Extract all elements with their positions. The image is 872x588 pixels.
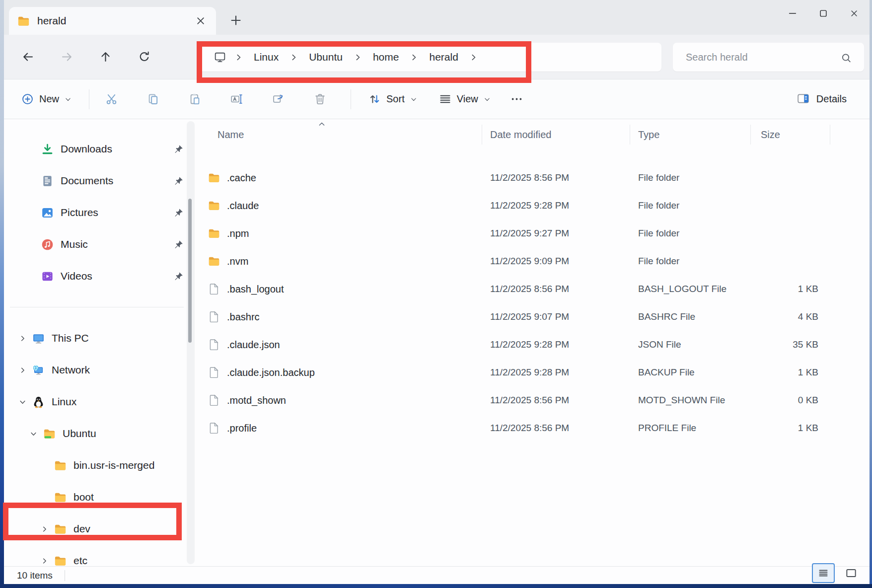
column-header-type[interactable]: Type bbox=[630, 125, 751, 145]
pin-icon bbox=[173, 271, 184, 282]
breadcrumb-segment-herald[interactable]: herald bbox=[426, 49, 461, 65]
details-button[interactable]: Details bbox=[791, 88, 853, 111]
file-date-modified: 11/2/2025 8:56 PM bbox=[482, 423, 630, 434]
sidebar-item-dev[interactable]: dev bbox=[4, 513, 191, 545]
paste-button[interactable] bbox=[184, 88, 206, 110]
delete-button[interactable] bbox=[309, 88, 331, 110]
file-row--npm[interactable]: .npm11/2/2025 9:27 PMFile folder bbox=[208, 220, 870, 247]
chevron-right-icon[interactable] bbox=[38, 557, 51, 565]
new-button[interactable]: New bbox=[15, 88, 78, 110]
more-options-button[interactable] bbox=[506, 88, 528, 110]
details-button-label: Details bbox=[816, 93, 847, 105]
desktop-icon[interactable] bbox=[214, 51, 226, 64]
back-button[interactable] bbox=[16, 45, 40, 69]
thispc-icon bbox=[32, 332, 45, 345]
sidebar-scrollbar-thumb[interactable] bbox=[188, 199, 192, 343]
sidebar-item-this-pc[interactable]: This PC bbox=[4, 322, 191, 354]
cut-button[interactable] bbox=[100, 88, 122, 110]
file-type: File folder bbox=[630, 172, 751, 183]
breadcrumb-chevron-icon bbox=[353, 53, 363, 62]
chevron-right-icon[interactable] bbox=[38, 525, 51, 533]
view-button[interactable]: View bbox=[433, 88, 497, 110]
file-row--claude-json[interactable]: .claude.json11/2/2025 9:28 PMJSON File35… bbox=[208, 331, 870, 359]
chevron-down-icon[interactable] bbox=[16, 398, 29, 406]
chevron-down-icon bbox=[410, 95, 418, 103]
file-row--claude[interactable]: .claude11/2/2025 9:28 PMFile folder bbox=[208, 192, 870, 220]
address-bar[interactable]: LinuxUbuntuhomeherald bbox=[199, 43, 661, 72]
sidebar-scrollbar-track[interactable] bbox=[187, 121, 195, 564]
tab-title: herald bbox=[37, 15, 66, 27]
copy-button[interactable] bbox=[142, 88, 164, 110]
file-date-modified: 11/2/2025 8:56 PM bbox=[482, 284, 630, 294]
window-controls bbox=[777, 0, 870, 30]
sidebar-item-network[interactable]: Network bbox=[4, 354, 191, 386]
file-row--motd-shown[interactable]: .motd_shown11/2/2025 8:56 PMMOTD_SHOWN F… bbox=[208, 386, 870, 414]
sidebar-item-linux[interactable]: Linux bbox=[4, 386, 191, 418]
rename-button[interactable] bbox=[225, 88, 247, 110]
chevron-right-icon[interactable] bbox=[16, 366, 29, 374]
thumbnail-view-toggle[interactable] bbox=[840, 563, 863, 583]
trash-icon bbox=[313, 92, 327, 106]
file-row--claude-json-backup[interactable]: .claude.json.backup11/2/2025 9:28 PMBACK… bbox=[208, 359, 870, 386]
column-header-date-modified[interactable]: Date modified bbox=[482, 125, 630, 145]
sidebar-item-documents[interactable]: Documents bbox=[4, 165, 191, 197]
sort-button[interactable]: Sort bbox=[362, 88, 424, 110]
tux-icon bbox=[32, 395, 45, 409]
sidebar-item-pictures[interactable]: Pictures bbox=[4, 197, 191, 228]
pin-icon bbox=[173, 239, 184, 250]
file-name: .profile bbox=[227, 423, 257, 434]
network-icon bbox=[32, 364, 45, 377]
sidebar-item-bin-usr-is-merged[interactable]: bin.usr-is-merged bbox=[4, 449, 191, 481]
pictures-icon bbox=[41, 206, 54, 220]
sidebar-item-music[interactable]: Music bbox=[4, 228, 191, 260]
minimize-button[interactable] bbox=[777, 0, 808, 27]
folder-green-icon bbox=[43, 427, 56, 441]
breadcrumb-chevron-icon bbox=[469, 53, 478, 62]
up-button[interactable] bbox=[93, 45, 117, 69]
search-box[interactable] bbox=[673, 43, 864, 72]
breadcrumb-segment-ubuntu[interactable]: Ubuntu bbox=[306, 49, 346, 65]
file-type: BASHRC File bbox=[630, 311, 751, 322]
file-row--cache[interactable]: .cache11/2/2025 8:56 PMFile folder bbox=[208, 164, 870, 192]
file-name: .claude.json bbox=[227, 339, 280, 351]
sidebar-item-boot[interactable]: boot bbox=[4, 481, 191, 513]
folder-icon bbox=[208, 255, 220, 268]
chevron-down-icon[interactable] bbox=[27, 430, 40, 438]
status-bar: 10 items bbox=[4, 566, 870, 584]
details-view-toggle[interactable] bbox=[812, 563, 835, 583]
folder-icon bbox=[54, 459, 67, 472]
column-header-name[interactable]: Name bbox=[208, 125, 482, 145]
item-count: 10 items bbox=[17, 570, 53, 581]
breadcrumb-segment-linux[interactable]: Linux bbox=[251, 49, 282, 65]
file-row--bash-logout[interactable]: .bash_logout11/2/2025 8:56 PMBASH_LOGOUT… bbox=[208, 275, 870, 303]
tab-close-icon[interactable] bbox=[194, 14, 207, 27]
sidebar-item-ubuntu[interactable]: Ubuntu bbox=[4, 418, 191, 449]
sidebar-item-etc[interactable]: etc bbox=[4, 545, 191, 566]
sidebar-item-label: boot bbox=[73, 491, 94, 503]
new-plus-icon bbox=[21, 92, 34, 106]
file-row--nvm[interactable]: .nvm11/2/2025 9:09 PMFile folder bbox=[208, 247, 870, 275]
chevron-right-icon[interactable] bbox=[16, 334, 29, 343]
sidebar-item-videos[interactable]: Videos bbox=[4, 260, 191, 292]
breadcrumb-segment-home[interactable]: home bbox=[370, 49, 402, 65]
file-size: 35 KB bbox=[751, 339, 830, 350]
forward-button[interactable] bbox=[55, 45, 78, 69]
search-input[interactable] bbox=[673, 52, 840, 63]
file-row--profile[interactable]: .profile11/2/2025 8:56 PMPROFILE File1 K… bbox=[208, 414, 870, 442]
close-button[interactable] bbox=[839, 0, 870, 27]
file-type: MOTD_SHOWN File bbox=[630, 395, 751, 406]
file-name: .bash_logout bbox=[227, 284, 284, 295]
chevron-down-icon bbox=[483, 95, 491, 103]
share-button[interactable] bbox=[267, 88, 289, 110]
file-size: 4 KB bbox=[751, 311, 830, 322]
breadcrumb-chevron-icon bbox=[289, 53, 298, 62]
maximize-button[interactable] bbox=[808, 0, 839, 27]
tab-herald[interactable]: herald bbox=[9, 7, 216, 35]
tab-bar: herald bbox=[4, 0, 870, 35]
new-tab-button[interactable] bbox=[228, 13, 243, 28]
file-row--bashrc[interactable]: .bashrc11/2/2025 9:07 PMBASHRC File4 KB bbox=[208, 303, 870, 331]
column-header-size[interactable]: Size bbox=[751, 125, 830, 145]
refresh-button[interactable] bbox=[132, 45, 156, 69]
sidebar-item-downloads[interactable]: Downloads bbox=[4, 133, 191, 165]
search-icon[interactable] bbox=[840, 51, 852, 63]
